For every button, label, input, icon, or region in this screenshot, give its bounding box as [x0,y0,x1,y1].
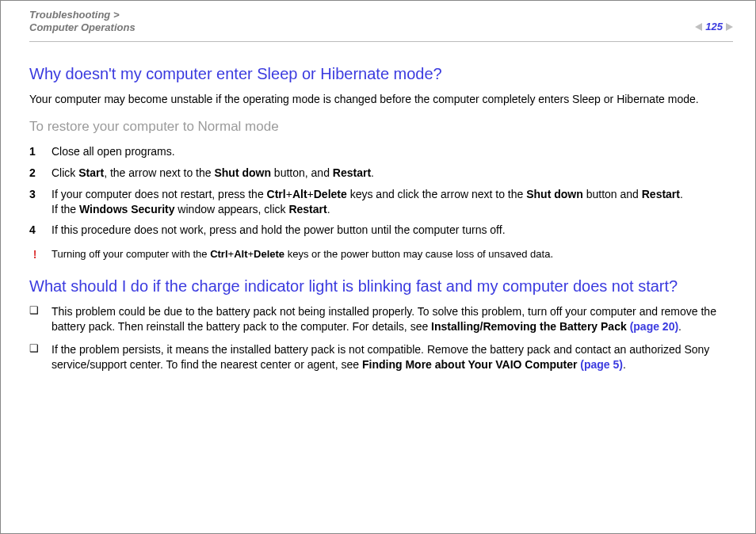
bold-text: Alt [292,188,307,200]
page-header: Troubleshooting > Computer Operations 12… [29,9,733,42]
step-item: 1 Close all open programs. [29,144,733,159]
section1-heading: Why doesn't my computer enter Sleep or H… [29,64,733,84]
step-item: 2 Click Start, the arrow next to the Shu… [29,166,733,181]
bold-text: Installing/Removing the Battery Pack [431,320,630,333]
text: If the [52,203,79,216]
section1-intro: Your computer may become unstable if the… [29,92,733,107]
section2-heading: What should I do if the charge indicator… [29,277,733,296]
bold-text: Windows Security [79,203,174,216]
page-link[interactable]: (page 5) [580,358,623,371]
text: button, and [271,166,333,179]
bold-text: Shut down [214,166,271,179]
bold-text: Delete [314,188,347,200]
page-number: 125 [705,20,723,34]
breadcrumb-line1: Troubleshooting > [29,9,120,21]
text: + [307,188,314,200]
next-page-icon[interactable] [726,23,733,31]
page-link[interactable]: (page 20) [630,320,678,333]
bold-text: Finding More about Your VAIO Computer [362,358,580,371]
step-list: 1 Close all open programs. 2 Click Start… [29,144,733,238]
text: . [623,358,626,371]
bullet-marker-icon: ❑ [29,342,40,372]
section1-subheading: To restore your computer to Normal mode [29,118,733,136]
bold-text: Alt [234,248,247,260]
warning-note: ! Turning off your computer with the Ctr… [29,247,733,262]
bold-text: Restart [642,188,680,200]
text: Turning off your computer with the [52,248,210,260]
text: + [286,188,292,200]
step-body: If your computer does not restart, press… [52,187,733,217]
list-item: ❑ If the problem persists, it means the … [29,342,733,372]
bullet-list: ❑ This problem could be due to the batte… [29,304,733,372]
list-item: ❑ This problem could be due to the batte… [29,304,733,334]
text: . [678,320,682,333]
text: + [247,248,254,260]
text: + [228,248,235,260]
bold-text: Restart [288,203,326,216]
bold-text: Start [78,166,104,179]
text: window appears, click [174,203,288,216]
bold-text: Delete [254,248,284,260]
text: button and [583,188,642,200]
bullet-marker-icon: ❑ [29,304,40,334]
text: keys or the power button may cause loss … [284,248,553,260]
warning-text: Turning off your computer with the Ctrl+… [52,247,733,262]
text: . [680,188,683,200]
step-item: 4 If this procedure does not work, press… [29,223,733,238]
step-body: If this procedure does not work, press a… [52,223,733,238]
step-item: 3 If your computer does not restart, pre… [29,187,733,217]
step-number: 1 [29,144,40,159]
step-body: Close all open programs. [52,144,733,159]
step-number: 3 [29,187,40,217]
step-number: 4 [29,223,40,238]
bold-text: Restart [333,166,371,179]
text: If your computer does not restart, press… [52,188,267,200]
breadcrumb-line2: Computer Operations [29,21,136,33]
bold-text: Ctrl [267,188,286,200]
step-number: 2 [29,166,40,181]
step-body: Click Start, the arrow next to the Shut … [52,166,733,181]
text: keys and click the arrow next to the [347,188,526,200]
document-page: Troubleshooting > Computer Operations 12… [1,1,755,396]
bold-text: Shut down [526,188,583,200]
bold-text: Ctrl [210,248,227,260]
warning-icon: ! [29,247,40,262]
text: Click [52,166,78,179]
pager: 125 [695,9,733,34]
text: . [327,203,330,216]
breadcrumb: Troubleshooting > Computer Operations [29,9,136,35]
text: , the arrow next to the [104,166,214,179]
bullet-body: If the problem persists, it means the in… [52,342,733,372]
bullet-body: This problem could be due to the battery… [52,304,733,334]
text: . [371,166,374,179]
prev-page-icon[interactable] [695,23,702,31]
